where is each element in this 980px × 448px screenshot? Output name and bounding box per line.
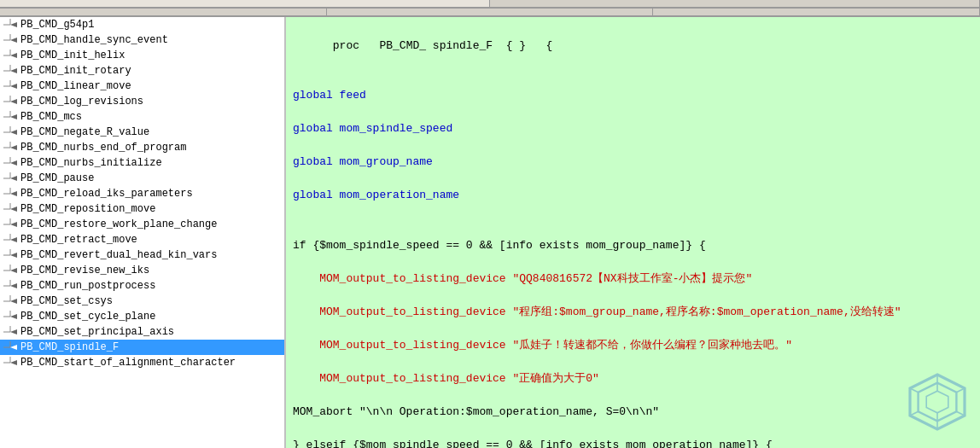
svg-marker-35 bbox=[10, 191, 17, 196]
tree-item-pause[interactable]: PB_CMD_pause bbox=[0, 171, 284, 186]
tree-arrow-icon bbox=[3, 34, 20, 46]
file-tree-panel[interactable]: PB_CMD_g54p1 PB_CMD_handle_sync_event PB… bbox=[0, 17, 286, 448]
svg-marker-14 bbox=[10, 84, 17, 89]
abort-line1: MOM_abort "\n\n Operation:$mom_operation… bbox=[293, 405, 659, 418]
global-feed: global feed bbox=[293, 89, 366, 102]
tree-item-set_csys[interactable]: PB_CMD_set_csys bbox=[0, 294, 284, 309]
tree-item-label: PB_CMD_init_rotary bbox=[20, 65, 131, 77]
tree-item-label: PB_CMD_set_principal_axis bbox=[20, 326, 174, 338]
tree-arrow-icon bbox=[3, 126, 20, 138]
tree-item-label: PB_CMD_handle_sync_event bbox=[20, 34, 168, 46]
tree-item-label: PB_CMD_nurbs_end_of_program bbox=[20, 142, 186, 154]
tree-arrow-icon bbox=[3, 188, 20, 200]
tree-item-label: PB_CMD_negate_R_value bbox=[20, 126, 149, 138]
svg-marker-5 bbox=[10, 38, 17, 43]
tree-item-restore_work_plane_change[interactable]: PB_CMD_restore_work_plane_change bbox=[0, 217, 284, 232]
toolbar-row2 bbox=[0, 9, 980, 17]
tree-arrow-icon bbox=[3, 203, 20, 215]
if-condition: if {$mom_spindle_speed == 0 && [info exi… bbox=[293, 239, 706, 252]
tree-item-label: PB_CMD_mcs bbox=[20, 111, 82, 123]
svg-marker-17 bbox=[10, 99, 17, 104]
msg-line4: MOM_output_to_listing_device "正确值为大于0" bbox=[293, 372, 599, 385]
tree-arrow-icon bbox=[3, 65, 20, 77]
svg-marker-2 bbox=[10, 22, 17, 27]
svg-marker-65 bbox=[10, 345, 17, 350]
svg-marker-26 bbox=[10, 145, 17, 150]
tree-arrow-icon bbox=[3, 341, 20, 353]
tree-item-nurbs_initialize[interactable]: PB_CMD_nurbs_initialize bbox=[0, 155, 284, 171]
tree-item-log_revisions[interactable]: PB_CMD_log_revisions bbox=[0, 94, 284, 109]
main-area: PB_CMD_g54p1 PB_CMD_handle_sync_event PB… bbox=[0, 17, 980, 448]
global-operation: global mom_operation_name bbox=[293, 189, 459, 201]
export-button[interactable] bbox=[490, 0, 980, 8]
tree-arrow-icon bbox=[3, 265, 20, 276]
tree-item-linear_move[interactable]: PB_CMD_linear_move bbox=[0, 79, 284, 94]
svg-marker-59 bbox=[10, 314, 17, 319]
paste-button[interactable] bbox=[653, 9, 980, 16]
svg-marker-50 bbox=[10, 268, 17, 273]
tree-item-label: PB_CMD_spindle_F bbox=[20, 341, 119, 353]
tree-arrow-icon bbox=[3, 218, 20, 230]
tree-item-handle_sync_event[interactable]: PB_CMD_handle_sync_event bbox=[0, 32, 284, 48]
tree-item-start_of_alignment_character[interactable]: PB_CMD_start_of_alignment_character bbox=[0, 355, 284, 370]
code-editor-panel[interactable]: proc PB_CMD_ spindle_F { } { global feed… bbox=[286, 17, 980, 448]
tree-item-init_rotary[interactable]: PB_CMD_init_rotary bbox=[0, 63, 284, 79]
tree-item-init_helix[interactable]: PB_CMD_init_helix bbox=[0, 48, 284, 63]
tree-item-revert_dual_head_kin_vars[interactable]: PB_CMD_revert_dual_head_kin_vars bbox=[0, 247, 284, 263]
tree-arrow-icon bbox=[3, 49, 20, 61]
create-button[interactable] bbox=[0, 9, 327, 16]
elseif-condition: } elseif {$mom_spindle_speed == 0 && [in… bbox=[293, 439, 773, 449]
tree-item-label: PB_CMD_restore_work_plane_change bbox=[20, 218, 217, 230]
tree-item-negate_R_value[interactable]: PB_CMD_negate_R_value bbox=[0, 125, 284, 140]
tree-item-label: PB_CMD_revert_dual_head_kin_vars bbox=[20, 249, 217, 261]
toolbar-row1 bbox=[0, 0, 980, 9]
tree-item-mcs[interactable]: PB_CMD_mcs bbox=[0, 109, 284, 125]
svg-marker-71 bbox=[926, 391, 948, 413]
tree-item-run_postprocess[interactable]: PB_CMD_run_postprocess bbox=[0, 278, 284, 294]
tree-item-nurbs_end_of_program[interactable]: PB_CMD_nurbs_end_of_program bbox=[0, 140, 284, 155]
tree-item-label: PB_CMD_linear_move bbox=[20, 80, 131, 92]
svg-marker-62 bbox=[10, 329, 17, 335]
tree-arrow-icon bbox=[3, 357, 20, 369]
tree-item-revise_new_iks[interactable]: PB_CMD_revise_new_iks bbox=[0, 263, 284, 278]
tree-item-label: PB_CMD_init_helix bbox=[20, 49, 125, 61]
tree-arrow-icon bbox=[3, 295, 20, 307]
proc-declaration: proc PB_CMD_ spindle_F { } { bbox=[333, 39, 552, 52]
svg-marker-68 bbox=[10, 360, 17, 365]
svg-marker-38 bbox=[10, 207, 17, 212]
tree-item-label: PB_CMD_nurbs_initialize bbox=[20, 157, 162, 169]
global-spindle: global mom_spindle_speed bbox=[293, 122, 452, 135]
tree-arrow-icon bbox=[3, 96, 20, 108]
code-content: proc PB_CMD_ spindle_F { } { global feed… bbox=[293, 20, 973, 448]
msg-line3: MOM_output_to_listing_device "瓜娃子！转速都不给，… bbox=[293, 339, 792, 352]
svg-marker-56 bbox=[10, 299, 17, 304]
svg-marker-11 bbox=[10, 68, 17, 73]
tree-item-label: PB_CMD_run_postprocess bbox=[20, 280, 155, 292]
tree-item-reload_iks_parameters[interactable]: PB_CMD_reload_iks_parameters bbox=[0, 186, 284, 201]
msg-line2: MOM_output_to_listing_device "程序组:$mom_g… bbox=[293, 305, 901, 318]
tree-item-label: PB_CMD_pause bbox=[20, 172, 94, 184]
tree-arrow-icon bbox=[3, 19, 20, 31]
msg-line1: MOM_output_to_listing_device "QQ84081657… bbox=[293, 272, 752, 285]
tree-item-spindle_F[interactable]: PB_CMD_spindle_F bbox=[0, 340, 284, 355]
tree-item-label: PB_CMD_reposition_move bbox=[20, 203, 155, 215]
tree-item-label: PB_CMD_set_csys bbox=[20, 295, 113, 307]
import-button[interactable] bbox=[0, 0, 490, 8]
tree-item-reposition_move[interactable]: PB_CMD_reposition_move bbox=[0, 201, 284, 217]
tree-item-label: PB_CMD_start_of_alignment_character bbox=[20, 357, 236, 369]
svg-marker-47 bbox=[10, 253, 17, 258]
tree-item-label: PB_CMD_revise_new_iks bbox=[20, 265, 149, 276]
svg-marker-32 bbox=[10, 176, 17, 181]
tree-item-label: PB_CMD_set_cycle_plane bbox=[20, 311, 155, 323]
svg-marker-8 bbox=[10, 53, 17, 58]
tree-arrow-icon bbox=[3, 172, 20, 184]
tree-item-set_principal_axis[interactable]: PB_CMD_set_principal_axis bbox=[0, 324, 284, 340]
tree-item-g54p1[interactable]: PB_CMD_g54p1 bbox=[0, 17, 284, 32]
tree-arrow-icon bbox=[3, 311, 20, 323]
svg-marker-44 bbox=[10, 237, 17, 242]
svg-marker-53 bbox=[10, 283, 17, 288]
watermark-logo bbox=[903, 368, 971, 439]
tree-item-retract_move[interactable]: PB_CMD_retract_move bbox=[0, 232, 284, 247]
tree-item-set_cycle_plane[interactable]: PB_CMD_set_cycle_plane bbox=[0, 309, 284, 324]
cut-button[interactable] bbox=[327, 9, 654, 16]
